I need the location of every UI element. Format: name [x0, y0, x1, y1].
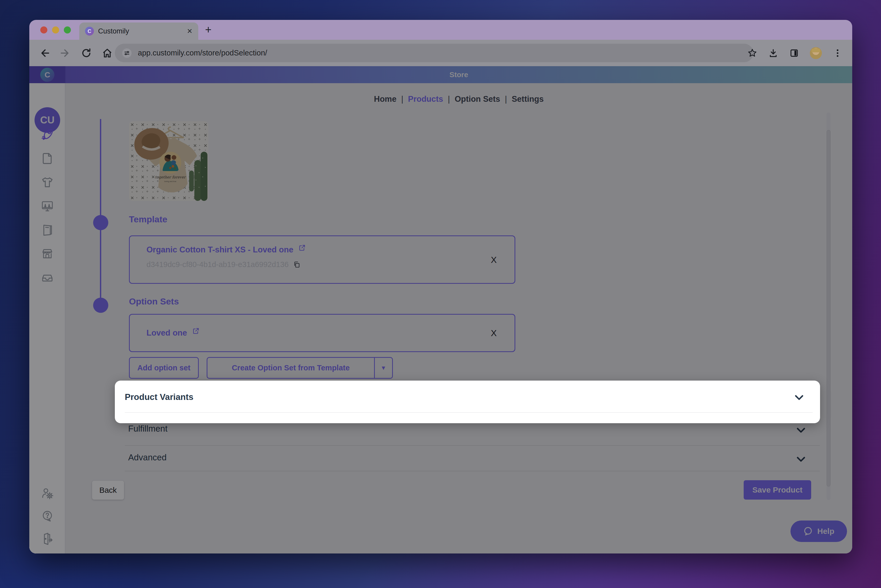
tune-icon[interactable] [122, 48, 132, 58]
zoom-window-button[interactable] [64, 26, 71, 33]
side-panel-icon[interactable] [789, 48, 799, 58]
profile-avatar[interactable] [810, 47, 822, 59]
product-variants-spotlight[interactable]: Product Variants [115, 381, 820, 423]
tab-title: Customily [98, 27, 187, 35]
section-divider [125, 412, 813, 413]
window-controls [29, 20, 71, 40]
url-bar[interactable]: app.customily.com/store/podSelection/ [115, 44, 753, 62]
url-text: app.customily.com/store/podSelection/ [138, 49, 267, 57]
home-icon[interactable] [102, 47, 113, 59]
chevron-down-icon[interactable] [793, 392, 805, 403]
browser-tab[interactable]: C Customily ✕ [79, 22, 198, 40]
tour-dim-overlay [29, 66, 852, 554]
new-tab-button[interactable]: + [205, 20, 212, 40]
product-variants-section-header: Product Variants [125, 392, 193, 402]
close-tab-icon[interactable]: ✕ [187, 27, 192, 35]
app-viewport: Store C CU [29, 66, 852, 554]
minimize-window-button[interactable] [52, 26, 59, 33]
reload-icon[interactable] [81, 47, 92, 59]
close-window-button[interactable] [40, 26, 47, 33]
browser-tab-strip: C Customily ✕ + [29, 20, 852, 40]
forward-arrow-icon[interactable] [60, 47, 71, 59]
download-icon[interactable] [768, 48, 779, 58]
browser-toolbar: app.customily.com/store/podSelection/ [29, 40, 852, 66]
back-arrow-icon[interactable] [39, 47, 50, 59]
toolbar-actions [747, 40, 843, 66]
menu-dots-icon[interactable] [832, 48, 843, 58]
bookmark-star-icon[interactable] [747, 48, 758, 58]
browser-window: C Customily ✕ + app.customily.com/store [29, 20, 852, 554]
desktop-background: C Customily ✕ + app.customily.com/store [0, 0, 881, 588]
customily-logo-icon: C [85, 27, 94, 36]
